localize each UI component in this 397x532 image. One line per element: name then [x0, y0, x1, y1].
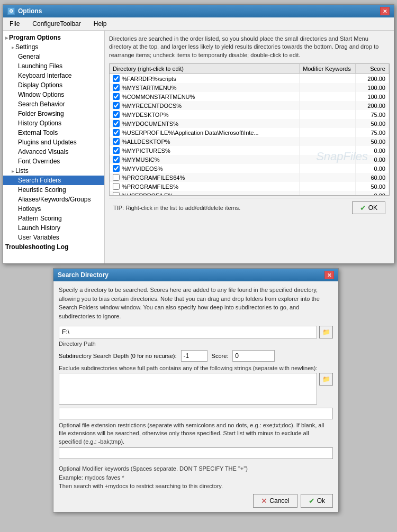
tree-item-plugins-updates[interactable]: Plugins and Updates	[3, 137, 104, 147]
dir-checkbox[interactable]	[113, 183, 120, 190]
menu-help[interactable]: Help	[91, 19, 110, 29]
table-row[interactable]: %PROGRAMFILES64%60.00	[110, 173, 389, 182]
dir-path-input[interactable]	[59, 326, 317, 338]
window-content: ▸ Program Options ▸ Settings General Lau…	[3, 31, 394, 263]
tree-item-keyboard-interface[interactable]: Keyboard Interface	[3, 71, 104, 80]
dir-checkbox[interactable]	[113, 120, 120, 127]
subdirectory-depth-label: Subdirectory Search Depth (0 for no recu…	[59, 353, 177, 359]
tree-item-search-behavior[interactable]: Search Behavior	[3, 99, 104, 109]
table-row[interactable]: %MYVIDEOS%0.00	[110, 164, 389, 173]
table-row[interactable]: %COMMONSTARTMENU%100.00	[110, 92, 389, 101]
tree-item-folder-browsing[interactable]: Folder Browsing	[3, 109, 104, 118]
cancel-button[interactable]: ✕ Cancel	[253, 494, 297, 508]
table-row[interactable]: %MYDOCUMENTS%50.00	[110, 119, 389, 128]
dir-checkbox[interactable]	[113, 156, 120, 163]
dir-path-label: Directory Path	[59, 341, 333, 347]
dir-checkbox[interactable]	[113, 111, 120, 118]
folder-icon-2: 📁	[322, 375, 330, 383]
dir-checkbox[interactable]	[113, 147, 120, 154]
dir-checkbox[interactable]	[113, 102, 120, 109]
depth-score-row: Subdirectory Search Depth (0 for no recu…	[59, 350, 333, 362]
tree-item-window-options[interactable]: Window Options	[3, 90, 104, 99]
spacer-input[interactable]	[59, 408, 333, 419]
dir-path-text: %MYRECENTDOCS%	[122, 103, 182, 109]
dir-modifier	[300, 83, 356, 92]
dir-checkbox[interactable]	[113, 84, 120, 91]
tree-item-general[interactable]: General	[3, 52, 104, 61]
dir-path-text: %FARRDIR%\scripts	[122, 76, 176, 82]
search-dir-close-button[interactable]: ✕	[324, 271, 334, 279]
search-directory-window: Search Directory ✕ Specify a directory t…	[53, 268, 339, 512]
tree-item-program-options[interactable]: ▸ Program Options	[3, 33, 104, 42]
search-dir-title-bar: Search Directory ✕	[53, 269, 338, 281]
options-window: ⚙ Options ✕ File ConfigureToolbar Help ▸…	[3, 4, 394, 264]
dir-modifier	[300, 155, 356, 164]
exclude-textarea[interactable]	[59, 373, 317, 405]
tree-item-display-options[interactable]: Display Options	[3, 80, 104, 90]
table-row[interactable]: %MYMUSIC%0.00	[110, 155, 389, 164]
dir-score: 50.00	[355, 119, 389, 128]
table-row[interactable]: %USERPROFILE%0.00	[110, 191, 389, 196]
close-button[interactable]: ✕	[380, 7, 390, 15]
table-row[interactable]: %ALLDESKTOP%50.00	[110, 137, 389, 146]
tree-item-history-options[interactable]: History Options	[3, 118, 104, 128]
ok-button[interactable]: ✔ OK	[352, 201, 385, 214]
dir-checkbox[interactable]	[113, 129, 120, 136]
search-dir-content: Specify a directory to be searched. Scor…	[53, 281, 338, 512]
dir-path-text: %MYDESKTOP%	[122, 112, 168, 118]
dir-checkbox[interactable]	[113, 192, 120, 196]
search-dir-title: Search Directory	[58, 271, 109, 279]
table-row[interactable]: %PROGRAMFILES%50.00	[110, 182, 389, 191]
dir-modifier	[300, 137, 356, 146]
directory-table-container: Directory (right-click to edit) Modifier…	[109, 63, 390, 196]
dir-score: 60.00	[355, 173, 389, 182]
subdirectory-depth-input[interactable]	[181, 350, 207, 362]
col-modifier: Modifier Keywords	[300, 64, 356, 74]
table-row[interactable]: %MYPICTURES%0.00	[110, 146, 389, 155]
tree-item-troubleshooting-log[interactable]: Troubleshooting Log	[3, 242, 104, 252]
tree-item-font-overrides[interactable]: Font Overrides	[3, 157, 104, 166]
dir-checkbox[interactable]	[113, 165, 120, 172]
exclude-label: Exclude subdirectories whose full path c…	[59, 365, 333, 371]
tree-item-launch-history[interactable]: Launch History	[3, 223, 104, 233]
table-row[interactable]: %USERPROFILE%\Application Data\Microsoft…	[110, 128, 389, 137]
tree-panel: ▸ Program Options ▸ Settings General Lau…	[3, 31, 105, 263]
dir-browse-button[interactable]: 📁	[319, 326, 333, 338]
exclude-browse-button[interactable]: 📁	[319, 373, 333, 386]
textarea-buttons: 📁	[319, 373, 333, 405]
tree-item-pattern-scoring[interactable]: Pattern Scoring	[3, 214, 104, 223]
tree-item-advanced-visuals[interactable]: Advanced Visuals	[3, 147, 104, 157]
table-row[interactable]: %MYSTARTMENU%100.00	[110, 83, 389, 92]
dir-score: 75.00	[355, 128, 389, 137]
tree-item-heuristic-scoring[interactable]: Heuristic Scoring	[3, 185, 104, 195]
dir-checkbox[interactable]	[113, 174, 120, 181]
table-row[interactable]: %MYRECENTDOCS%200.00	[110, 101, 389, 110]
menu-configure-toolbar[interactable]: ConfigureToolbar	[29, 19, 84, 29]
dir-checkbox[interactable]	[113, 93, 120, 100]
menu-file[interactable]: File	[6, 19, 23, 29]
tree-item-external-tools[interactable]: External Tools	[3, 128, 104, 137]
dir-path-text: %MYDOCUMENTS%	[122, 121, 178, 127]
search-dir-ok-button[interactable]: ✔ Ok	[301, 494, 333, 508]
dir-path-text: %MYMUSIC%	[122, 157, 160, 163]
dir-modifier	[300, 101, 356, 110]
table-row[interactable]: %MYDESKTOP%75.00	[110, 110, 389, 119]
tree-item-hotkeys[interactable]: Hotkeys	[3, 204, 104, 214]
dir-checkbox[interactable]	[113, 75, 120, 82]
ext-input[interactable]	[59, 447, 333, 459]
table-row[interactable]: %FARRDIR%\scripts200.00	[110, 74, 389, 84]
score-input[interactable]	[232, 350, 275, 362]
tree-item-search-folders[interactable]: Search Folders	[3, 176, 104, 185]
tree-item-aliases-keywords-groups[interactable]: Aliases/Keywords/Groups	[3, 195, 104, 204]
dir-path-text: %PROGRAMFILES%	[122, 184, 178, 190]
score-label: Score:	[212, 353, 229, 359]
dir-modifier	[300, 92, 356, 101]
tree-item-settings[interactable]: ▸ Settings	[3, 42, 104, 52]
tree-item-lists[interactable]: ▸ Lists	[3, 166, 104, 176]
dir-checkbox[interactable]	[113, 138, 120, 145]
info-text: Directories are searched in the order li…	[109, 35, 390, 59]
tree-item-launching-files[interactable]: Launching Files	[3, 61, 104, 71]
tree-item-user-variables[interactable]: User Variables	[3, 233, 104, 242]
cancel-icon: ✕	[261, 497, 267, 505]
options-title: Options	[18, 7, 42, 15]
